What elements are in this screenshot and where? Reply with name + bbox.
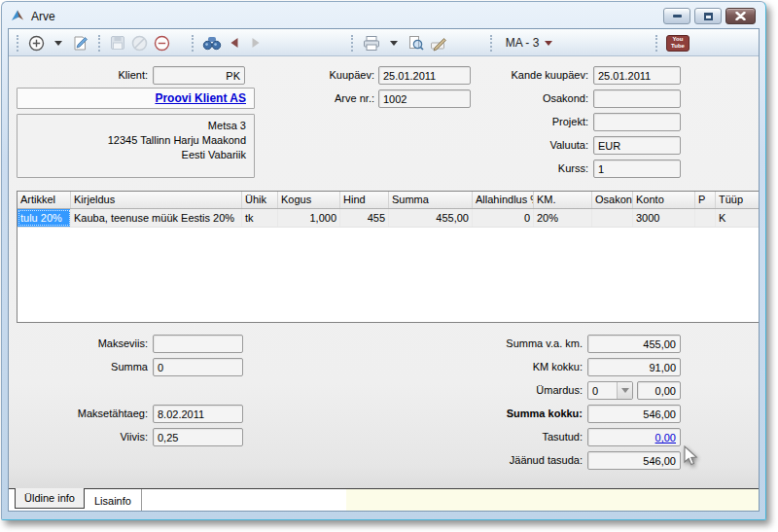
tab-lisainfo[interactable]: Lisainfo <box>85 489 142 511</box>
col-header-osakond[interactable]: Osakond <box>592 192 633 208</box>
next-button[interactable] <box>246 32 265 53</box>
print-dropdown-button[interactable] <box>384 32 404 53</box>
toolbar-group-print <box>351 31 449 54</box>
col-header-tuup[interactable]: Tüüp <box>716 192 759 208</box>
print-icon <box>362 34 381 53</box>
summa-va-km-field[interactable]: 455,00 <box>587 335 681 353</box>
add-button[interactable] <box>26 32 47 53</box>
col-header-km[interactable]: KM. <box>534 192 592 208</box>
col-header-kogus[interactable]: Kogus <box>278 192 340 208</box>
klient-field[interactable]: PK <box>153 66 245 85</box>
summa-field[interactable]: 0 <box>153 358 243 376</box>
cell-tuup[interactable]: K <box>716 209 759 227</box>
jaanud-tasuda-label: Jäänud tasuda: <box>451 451 583 470</box>
cell-p[interactable] <box>695 209 716 227</box>
tasutud-label: Tasutud: <box>451 428 583 446</box>
osakond-label: Osakond: <box>485 89 588 108</box>
client-area: MA - 3 You Tube Klient: PK Proovi <box>8 28 760 512</box>
umardus-dropdown[interactable]: 0 <box>587 381 633 400</box>
close-button[interactable] <box>725 8 756 24</box>
cell-hind[interactable]: 455 <box>340 209 389 227</box>
arve-nr-field[interactable]: 1002 <box>378 89 471 108</box>
youtube-button[interactable]: You Tube <box>665 32 690 53</box>
toolbar-group-selector: MA - 3 <box>490 31 556 54</box>
col-header-p[interactable]: P <box>695 192 716 208</box>
col-header-hind[interactable]: Hind <box>340 192 389 208</box>
tabstrip-left: Üldine info Lisainfo <box>9 489 346 511</box>
jaanud-tasuda-field[interactable]: 546,00 <box>587 451 681 470</box>
save-button[interactable] <box>108 32 127 53</box>
maksetahtaeg-label: Maksetähtaeg: <box>28 405 148 423</box>
osakond-field[interactable] <box>593 89 681 108</box>
col-header-konto[interactable]: Konto <box>633 192 695 208</box>
valuuta-label: Valuuta: <box>485 136 588 155</box>
km-kokku-field[interactable]: 91,00 <box>587 358 681 376</box>
address-line-3: Eesti Vabariik <box>25 148 246 162</box>
umardus-dropdown-button[interactable] <box>617 382 632 399</box>
umardus-field[interactable]: 0,00 <box>637 381 681 400</box>
summa-label: Summa <box>28 358 148 376</box>
col-header-kirjeldus[interactable]: Kirjeldus <box>71 192 242 208</box>
kuupaev-label: Kuupäev: <box>284 66 374 85</box>
makseviis-field[interactable] <box>153 335 243 353</box>
maksetahtaeg-field[interactable]: 8.02.2011 <box>153 405 243 423</box>
kurss-field[interactable]: 1 <box>593 160 681 178</box>
kande-kuupaev-field[interactable]: 25.01.2011 <box>593 66 681 85</box>
toolbar-group-record <box>17 31 90 54</box>
client-name-panel: Proovi Klient AS <box>17 88 255 109</box>
col-header-allahindlus[interactable]: Allahindlus % <box>473 192 534 208</box>
viivis-field[interactable]: 0,25 <box>153 428 243 446</box>
record-selector-value: MA - 3 <box>504 36 546 50</box>
summa-kokku-field[interactable]: 546,00 <box>587 405 681 423</box>
add-dropdown-button[interactable] <box>49 32 68 53</box>
col-header-summa[interactable]: Summa <box>389 192 473 208</box>
cell-artikkel[interactable]: tulu 20% <box>18 209 71 227</box>
edit-icon <box>71 34 89 53</box>
youtube-text-bottom: Tube <box>671 43 685 50</box>
maximize-icon <box>704 13 713 20</box>
cell-km[interactable]: 20% <box>534 209 592 227</box>
tasutud-link[interactable]: 0,00 <box>655 432 676 443</box>
cell-allahindlus[interactable]: 0 <box>473 209 534 227</box>
window-title: Arve <box>31 10 55 23</box>
youtube-text-top: You <box>673 36 684 43</box>
caret-down-icon <box>621 388 629 397</box>
edit-button[interactable] <box>70 32 90 53</box>
col-header-artikkel[interactable]: Artikkel <box>18 192 71 208</box>
caret-down-icon <box>390 41 398 50</box>
toolbar-grip <box>17 35 18 52</box>
cell-osakond[interactable] <box>592 209 633 227</box>
toolbar-grip <box>98 35 100 52</box>
preview-button[interactable] <box>406 32 426 53</box>
app-icon <box>10 8 25 25</box>
cell-kogus[interactable]: 1,000 <box>278 209 340 227</box>
remove-icon <box>153 34 171 53</box>
minimize-button[interactable] <box>663 8 690 24</box>
sign-button[interactable] <box>428 32 449 53</box>
arrow-right-icon <box>248 35 264 51</box>
cell-uhik[interactable]: tk <box>242 209 278 227</box>
kuupaev-field[interactable]: 25.01.2011 <box>378 66 471 85</box>
address-line-1: Metsa 3 <box>25 119 246 133</box>
valuuta-field[interactable]: EUR <box>593 136 681 155</box>
previous-button[interactable] <box>225 32 244 53</box>
cancel-icon <box>130 34 149 53</box>
maximize-button[interactable] <box>694 8 722 24</box>
projekt-field[interactable] <box>593 113 681 131</box>
summa-va-km-label: Summa v.a. km. <box>451 335 583 353</box>
tab-uldine-info[interactable]: Üldine info <box>15 488 85 509</box>
col-header-uhik[interactable]: Ühik <box>242 192 278 208</box>
youtube-icon: You Tube <box>666 35 690 52</box>
cell-summa[interactable]: 455,00 <box>389 209 473 227</box>
toolbar-grip <box>351 35 353 52</box>
cancel-button[interactable] <box>129 32 150 53</box>
remove-button[interactable] <box>152 32 172 53</box>
toolbar-group-save <box>98 31 172 54</box>
cell-kirjeldus[interactable]: Kauba, teenuse müük Eestis 20% <box>71 209 242 227</box>
cell-konto[interactable]: 3000 <box>633 209 695 227</box>
search-button[interactable] <box>201 32 223 53</box>
print-button[interactable] <box>361 32 382 53</box>
record-selector[interactable]: MA - 3 <box>500 32 556 53</box>
client-name-link[interactable]: Proovi Klient AS <box>155 91 246 105</box>
tasutud-field[interactable]: 0,00 <box>587 428 681 446</box>
